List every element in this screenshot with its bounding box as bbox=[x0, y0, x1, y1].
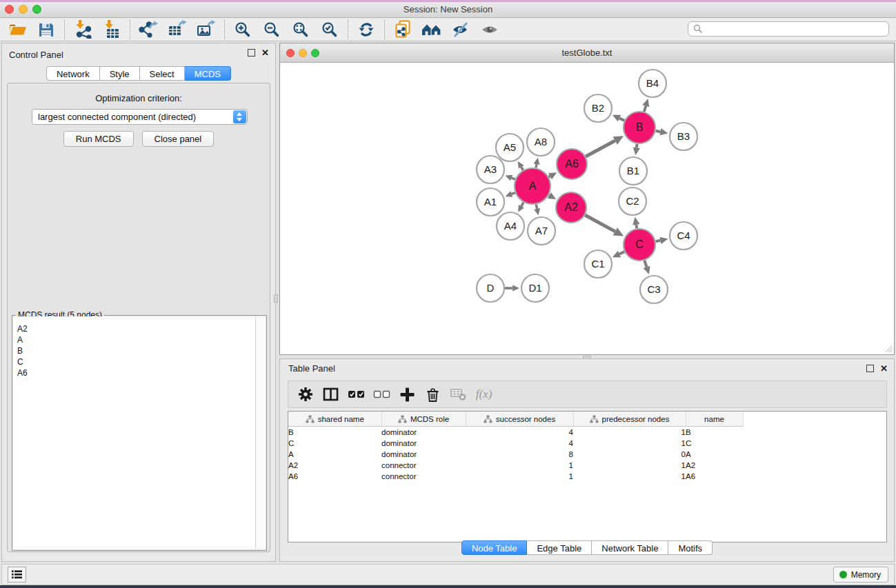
list-item[interactable]: B bbox=[17, 345, 266, 356]
create-column-button[interactable] bbox=[395, 384, 420, 405]
cell-successor-nodes[interactable]: 1 bbox=[466, 471, 573, 482]
vertical-splitter-handle[interactable] bbox=[274, 294, 278, 303]
column-header-successor-nodes[interactable]: successor nodes bbox=[466, 412, 573, 427]
deselect-all-button[interactable] bbox=[369, 384, 395, 405]
table-row[interactable]: A dominator 8 0 A bbox=[288, 449, 886, 460]
table-options-button[interactable] bbox=[292, 384, 318, 405]
tab-style[interactable]: Style bbox=[100, 66, 140, 81]
cell-successor-nodes[interactable]: 1 bbox=[466, 460, 573, 471]
list-item[interactable]: A2 bbox=[17, 323, 266, 334]
table-row[interactable]: A2 connector 1 1 A2 bbox=[288, 460, 886, 471]
column-header-predecessor-nodes[interactable]: predecessor nodes bbox=[573, 412, 686, 427]
delete-column-button[interactable] bbox=[420, 384, 446, 405]
memory-button[interactable]: Memory bbox=[833, 567, 888, 582]
main-toolbar bbox=[0, 18, 896, 41]
table-row[interactable]: C dominator 4 1 C bbox=[288, 438, 886, 449]
export-table-icon bbox=[168, 20, 187, 39]
cell-name[interactable]: C bbox=[686, 438, 743, 449]
cell-predecessor-nodes[interactable]: 0 bbox=[573, 449, 686, 460]
close-panel-icon[interactable]: ✕ bbox=[880, 365, 888, 372]
search-input[interactable] bbox=[706, 23, 888, 35]
tab-edge-table[interactable]: Edge Table bbox=[527, 540, 592, 555]
show-columns-button[interactable] bbox=[318, 384, 344, 405]
titlebar[interactable]: Session: New Session bbox=[0, 0, 896, 18]
tab-network-table[interactable]: Network Table bbox=[592, 540, 668, 555]
import-network-icon bbox=[73, 20, 92, 39]
tab-network[interactable]: Network bbox=[46, 66, 100, 81]
cell-successor-nodes[interactable]: 4 bbox=[466, 438, 573, 449]
cell-name[interactable]: B bbox=[686, 427, 743, 438]
table-row[interactable]: A6 connector 1 1 A6 bbox=[288, 471, 886, 482]
cell-mcds-role[interactable]: dominator bbox=[381, 427, 466, 438]
cell-shared-name[interactable]: C bbox=[288, 438, 381, 449]
select-all-button[interactable] bbox=[344, 384, 369, 405]
fx-icon: f(x) bbox=[476, 387, 492, 401]
list-item[interactable]: C bbox=[17, 356, 266, 367]
tab-select[interactable]: Select bbox=[140, 66, 185, 81]
cell-predecessor-nodes[interactable]: 1 bbox=[573, 438, 686, 449]
network-graph[interactable]: AA1A2A3A4A5A6A7A8BB1B2B3B4CC1C2C3C4DD1 bbox=[280, 62, 894, 354]
column-header-name[interactable]: name bbox=[686, 412, 743, 427]
hide-selected-button[interactable] bbox=[446, 19, 475, 40]
table-row[interactable]: B dominator 4 1 B bbox=[288, 427, 886, 438]
cell-successor-nodes[interactable]: 8 bbox=[466, 449, 573, 460]
run-mcds-button[interactable]: Run MCDS bbox=[63, 131, 134, 147]
cell-mcds-role[interactable]: dominator bbox=[381, 449, 466, 460]
list-scrollbar[interactable] bbox=[255, 317, 265, 549]
function-builder-button[interactable]: f(x) bbox=[471, 384, 497, 405]
clone-network-button[interactable] bbox=[388, 19, 417, 40]
list-item[interactable]: A bbox=[17, 334, 266, 345]
toolbar-separator bbox=[384, 20, 385, 39]
toolbar-separator bbox=[64, 20, 65, 39]
save-session-button[interactable] bbox=[32, 19, 61, 40]
mcds-result-list[interactable]: A2 A B C A6 bbox=[13, 316, 266, 549]
resize-grip-icon[interactable] bbox=[883, 343, 893, 354]
zoom-fit-button[interactable] bbox=[286, 19, 315, 40]
column-header-mcds-role[interactable]: MCDS role bbox=[381, 412, 466, 427]
close-panel-icon[interactable]: ✕ bbox=[261, 49, 269, 57]
zoom-selected-button[interactable] bbox=[315, 19, 344, 40]
cell-successor-nodes[interactable]: 4 bbox=[466, 427, 573, 438]
cell-shared-name[interactable]: A2 bbox=[288, 460, 381, 471]
delete-table-button[interactable] bbox=[446, 384, 471, 405]
cell-name[interactable]: A bbox=[686, 449, 743, 460]
show-all-button[interactable] bbox=[475, 19, 504, 40]
cell-predecessor-nodes[interactable]: 1 bbox=[573, 427, 686, 438]
open-session-button[interactable] bbox=[3, 19, 32, 40]
export-network-button[interactable] bbox=[134, 19, 163, 40]
cell-name[interactable]: A6 bbox=[686, 471, 743, 482]
export-image-button[interactable] bbox=[192, 19, 221, 40]
cell-shared-name[interactable]: B bbox=[288, 427, 381, 438]
zoom-in-button[interactable] bbox=[228, 19, 257, 40]
import-table-button[interactable] bbox=[97, 19, 126, 40]
refresh-button[interactable] bbox=[352, 19, 381, 40]
cell-predecessor-nodes[interactable]: 1 bbox=[573, 460, 686, 471]
import-network-button[interactable] bbox=[68, 19, 97, 40]
cell-name[interactable]: A2 bbox=[686, 460, 743, 471]
first-neighbors-button[interactable] bbox=[417, 19, 446, 40]
float-panel-icon[interactable] bbox=[248, 49, 255, 57]
export-table-button[interactable] bbox=[163, 19, 192, 40]
criterion-selected-value: largest connected component (directed) bbox=[32, 110, 247, 124]
criterion-select[interactable]: largest connected component (directed) bbox=[32, 109, 248, 125]
close-panel-button[interactable]: Close panel bbox=[142, 131, 215, 147]
cell-shared-name[interactable]: A bbox=[288, 449, 381, 460]
network-window-titlebar[interactable]: testGlobe.txt bbox=[280, 43, 894, 63]
float-panel-icon[interactable] bbox=[866, 365, 874, 372]
tab-node-table[interactable]: Node Table bbox=[461, 540, 528, 555]
task-history-button[interactable] bbox=[8, 567, 26, 582]
list-item[interactable]: A6 bbox=[17, 367, 266, 378]
cell-mcds-role[interactable]: connector bbox=[381, 471, 466, 482]
cell-shared-name[interactable]: A6 bbox=[288, 471, 381, 482]
column-header-shared-name[interactable]: shared name bbox=[288, 412, 381, 427]
double-house-icon bbox=[421, 21, 442, 38]
tab-mcds[interactable]: MCDS bbox=[185, 66, 231, 81]
zoom-out-icon bbox=[263, 21, 280, 38]
control-panel: Control Panel ✕ Network Style Select MCD… bbox=[1, 43, 276, 562]
cell-mcds-role[interactable]: dominator bbox=[381, 438, 466, 449]
cell-mcds-role[interactable]: connector bbox=[381, 460, 466, 471]
tab-motifs[interactable]: Motifs bbox=[668, 540, 713, 555]
memory-label: Memory bbox=[851, 570, 881, 580]
zoom-out-button[interactable] bbox=[257, 19, 286, 40]
cell-predecessor-nodes[interactable]: 1 bbox=[573, 471, 686, 482]
